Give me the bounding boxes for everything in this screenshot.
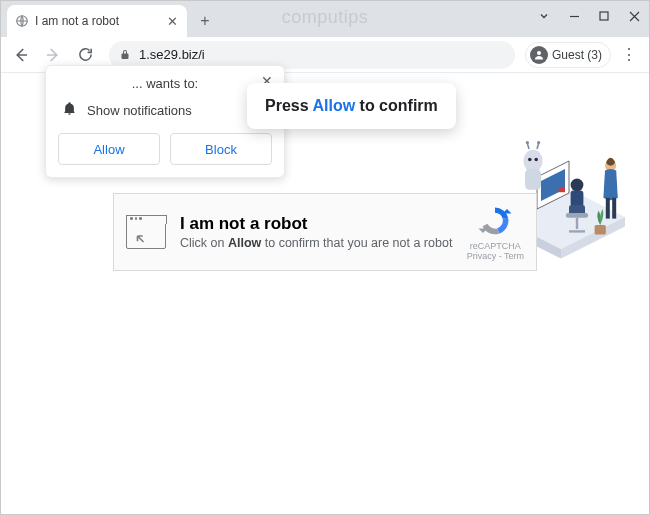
recaptcha-label: reCAPTCHA [467,241,524,251]
browser-window: computips I am not a robot ✕ + 1.se29.bi… [0,0,650,515]
svg-point-9 [523,150,542,172]
watermark: computips [282,7,369,28]
captcha-heading: I am not a robot [180,214,452,234]
window-pointer-icon [126,215,166,249]
profile-label: Guest (3) [552,48,602,62]
svg-rect-10 [525,169,541,190]
svg-rect-20 [566,213,588,218]
captcha-text: I am not a robot Click on Allow to confi… [180,214,452,250]
tab-close-button[interactable]: ✕ [165,14,179,28]
close-window-button[interactable] [619,1,649,31]
browser-tab[interactable]: I am not a robot ✕ [7,5,187,37]
svg-point-15 [526,141,529,144]
overlay-text-post: to confirm [355,97,438,114]
minimize-button[interactable] [559,1,589,31]
svg-line-14 [537,143,539,149]
permission-row: Show notifications [58,101,272,119]
allow-button[interactable]: Allow [58,133,160,165]
profile-chip[interactable]: Guest (3) [525,42,611,68]
svg-rect-8 [559,187,565,192]
svg-rect-18 [571,191,584,207]
overlay-text-pre: Press [265,97,312,114]
svg-point-17 [571,179,584,192]
svg-point-12 [534,158,538,162]
recaptcha-badge: reCAPTCHA Privacy - Term [467,203,524,261]
titlebar: computips I am not a robot ✕ + [1,1,649,37]
lock-icon [119,49,131,61]
new-tab-button[interactable]: + [191,7,219,35]
chevron-down-icon[interactable] [529,1,559,31]
url-text: 1.se29.biz/i [139,47,505,62]
svg-rect-1 [600,12,608,20]
svg-point-11 [528,158,532,162]
maximize-button[interactable] [589,1,619,31]
svg-point-2 [537,51,541,55]
bell-icon [62,101,77,119]
captcha-subtext: Click on Allow to confirm that you are n… [180,236,452,250]
captcha-box: I am not a robot Click on Allow to confi… [113,193,537,271]
block-button[interactable]: Block [170,133,272,165]
avatar-icon [530,46,548,64]
page-content: ✕ ... wants to: Show notifications Allow… [1,73,649,514]
permission-title: ... wants to: [58,76,272,91]
tab-title: I am not a robot [35,14,159,28]
permission-text: Show notifications [87,103,192,118]
globe-icon [15,14,29,28]
recaptcha-icon [477,203,513,239]
overlay-allow-word: Allow [312,97,355,114]
svg-point-16 [537,141,540,144]
svg-rect-25 [612,198,616,219]
menu-button[interactable]: ⋮ [615,41,643,69]
svg-line-13 [527,143,529,149]
window-controls [529,1,649,31]
recaptcha-links: Privacy - Term [467,251,524,261]
overlay-tooltip: Press Allow to confirm [247,83,456,129]
back-button[interactable] [7,41,35,69]
svg-rect-26 [595,225,606,235]
svg-rect-24 [606,198,610,219]
